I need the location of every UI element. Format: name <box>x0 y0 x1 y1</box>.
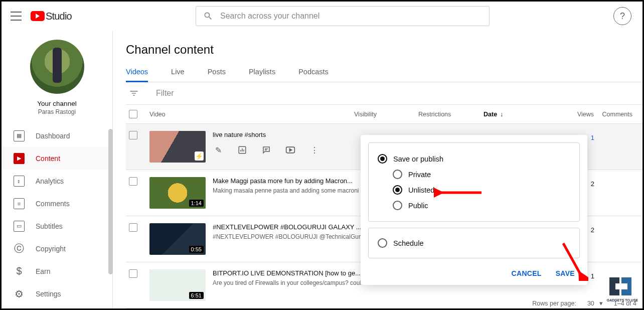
sidebar-item-content[interactable]: ▶Content <box>2 147 112 170</box>
radio-icon <box>393 170 402 179</box>
video-thumbnail[interactable]: ⚡ <box>149 131 206 163</box>
sidebar-item-label: Subtitles <box>36 222 63 230</box>
analytics-icon: ⫾ <box>14 176 25 187</box>
logo-text: Studio <box>46 11 72 22</box>
rows-per-page-label: Rows per page: <box>532 300 576 307</box>
search-input[interactable]: Search across your channel <box>196 6 490 26</box>
svg-rect-6 <box>615 283 627 289</box>
page-title: Channel content <box>126 43 642 57</box>
sidebar-item-label: Comments <box>36 200 70 208</box>
dashboard-icon: ▦ <box>14 130 25 141</box>
sort-down-icon: ↓ <box>500 111 503 118</box>
copyright-icon: ⓒ <box>14 243 25 254</box>
sidebar-item-comments[interactable]: ≡Comments <box>2 192 112 215</box>
annotation-arrow-icon <box>558 241 588 281</box>
sidebar-item-label: Settings <box>36 290 61 298</box>
video-thumbnail[interactable]: 6:51 <box>149 269 206 301</box>
rows-per-page-select[interactable]: 30 ▾ <box>587 299 603 307</box>
annotation-arrow-icon <box>434 187 484 198</box>
svg-text:GADGETS TO USE: GADGETS TO USE <box>607 298 638 302</box>
comments-icon: ≡ <box>14 198 25 209</box>
filter-input[interactable]: Filter <box>156 89 174 98</box>
channel-avatar[interactable] <box>30 40 84 94</box>
content-icon: ▶ <box>14 153 25 164</box>
tab-videos[interactable]: Videos <box>126 68 148 82</box>
sidebar-item-label: Analytics <box>36 177 64 185</box>
row-views: 1 <box>591 272 594 280</box>
chevron-down-icon: ▾ <box>599 299 603 307</box>
more-icon[interactable]: ⋮ <box>309 144 320 156</box>
comments-icon[interactable] <box>261 144 272 156</box>
sidebar-item-label: Earn <box>36 267 51 275</box>
option-save-or-publish[interactable]: Save or publish <box>378 151 570 167</box>
row-checkbox[interactable] <box>129 223 137 232</box>
channel-name: Paras Rastogi <box>38 108 76 115</box>
video-thumbnail[interactable]: 1:14 <box>149 177 206 209</box>
select-all-checkbox[interactable] <box>129 110 137 118</box>
radio-icon <box>393 201 402 210</box>
sidebar-scrollbar[interactable] <box>108 129 113 274</box>
col-comments[interactable]: Comments <box>594 111 642 118</box>
settings-icon: ⚙ <box>14 288 25 299</box>
col-date[interactable]: Date↓ <box>484 111 558 118</box>
option-private[interactable]: Private <box>393 167 570 182</box>
duration-badge: 0:55 <box>189 246 204 253</box>
sidebar-item-label: Dashboard <box>36 132 70 140</box>
sidebar-item-settings[interactable]: ⚙Settings <box>2 282 112 305</box>
option-schedule[interactable]: Schedule <box>378 235 570 251</box>
radio-icon <box>378 154 387 164</box>
sidebar-item-dashboard[interactable]: ▦Dashboard <box>2 124 112 147</box>
row-checkbox[interactable] <box>129 131 137 139</box>
menu-button[interactable] <box>11 12 22 21</box>
row-checkbox[interactable] <box>129 177 137 186</box>
row-checkbox[interactable] <box>129 269 137 278</box>
row-views: 2 <box>591 180 594 188</box>
sidebar-item-analytics[interactable]: ⫾Analytics <box>2 170 112 192</box>
youtube-play-icon <box>31 11 45 21</box>
search-placeholder: Search across your channel <box>220 12 319 21</box>
youtube-icon[interactable] <box>285 144 296 156</box>
duration-badge: 6:51 <box>189 292 204 299</box>
earn-icon: $ <box>14 266 25 277</box>
sidebar-item-copyright[interactable]: ⓒCopyright <box>2 237 112 260</box>
channel-label: Your channel <box>37 100 76 107</box>
shorts-badge-icon: ⚡ <box>195 151 204 161</box>
row-views[interactable]: 1 <box>591 134 594 141</box>
visibility-popover: Save or publish Private Unlisted Public … <box>361 135 587 285</box>
sidebar-item-subtitles[interactable]: ▭Subtitles <box>2 215 112 237</box>
help-button[interactable]: ? <box>613 7 631 25</box>
tab-playlists[interactable]: Playlists <box>249 68 275 82</box>
analytics-icon[interactable] <box>237 144 248 156</box>
video-thumbnail[interactable]: 0:55 <box>149 223 206 255</box>
watermark-logo: GADGETS TO USE <box>606 275 638 304</box>
tab-posts[interactable]: Posts <box>208 68 226 82</box>
radio-icon <box>393 185 402 195</box>
sidebar-item-label: Content <box>36 154 60 163</box>
cancel-button[interactable]: CANCEL <box>512 269 542 277</box>
search-icon <box>203 11 213 21</box>
option-public[interactable]: Public <box>393 198 570 213</box>
subtitles-icon: ▭ <box>14 221 25 232</box>
tab-live[interactable]: Live <box>171 68 185 82</box>
col-views[interactable]: Views <box>558 111 594 118</box>
col-restrictions[interactable]: Restrictions <box>418 111 484 118</box>
radio-icon <box>378 238 387 248</box>
youtube-studio-logo[interactable]: Studio <box>31 11 72 22</box>
tab-podcasts[interactable]: Podcasts <box>298 68 329 82</box>
edit-icon[interactable]: ✎ <box>213 144 224 156</box>
sidebar-item-label: Copyright <box>36 245 66 253</box>
duration-badge: 1:14 <box>189 200 204 207</box>
col-visibility[interactable]: Visibility <box>354 111 418 118</box>
svg-line-3 <box>563 243 581 275</box>
row-views: 2 <box>591 226 594 234</box>
col-video[interactable]: Video <box>149 111 354 118</box>
filter-icon[interactable] <box>129 88 139 98</box>
sidebar-item-earn[interactable]: $Earn <box>2 260 112 282</box>
